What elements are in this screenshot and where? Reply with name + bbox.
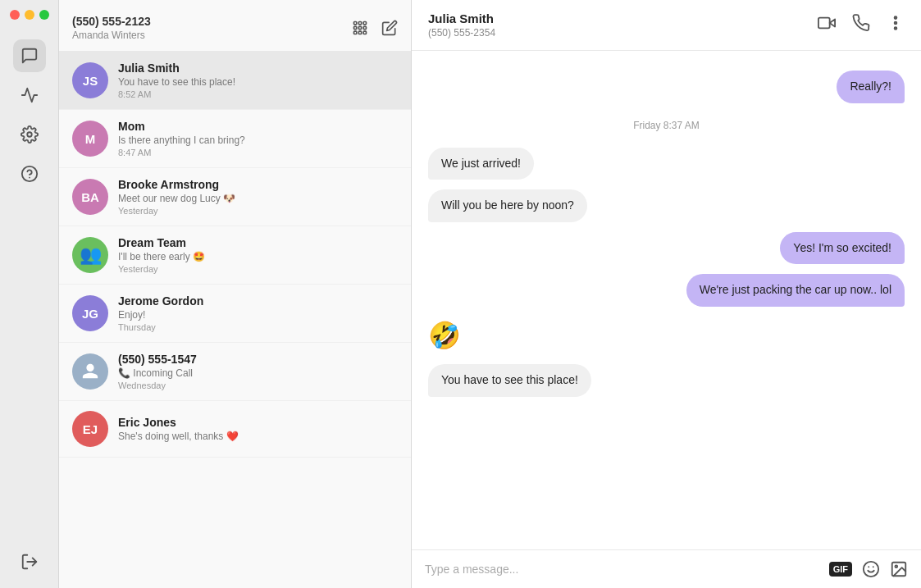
svg-point-15 <box>895 17 896 19</box>
chat-contact-name: Julia Smith <box>428 11 495 25</box>
chat-header-info: Julia Smith (550) 555-2354 <box>428 11 495 39</box>
svg-rect-5 <box>358 22 361 25</box>
contact-info-brooke-armstrong: Brooke Armstrong Meet our new dog Lucy 🐶… <box>118 178 398 216</box>
logout-icon[interactable] <box>13 545 46 578</box>
contact-item-dream-team[interactable]: 👥 Dream Team I'll be there early 🤩 Yeste… <box>59 226 411 285</box>
avatar-brooke-armstrong: BA <box>72 179 108 215</box>
contacts-phone: (550) 555-2123 <box>72 15 151 28</box>
chat-contact-number: (550) 555-2354 <box>428 27 495 39</box>
contact-preview: She's doing well, thanks ❤️ <box>118 431 398 442</box>
gif-button[interactable]: GIF <box>829 562 852 577</box>
chat-input-area: GIF <box>412 549 921 588</box>
message-row: Yes! I'm so excited! <box>428 232 905 265</box>
message-bubble: Will you be here by noon? <box>428 189 587 222</box>
contact-item-jerome-gordon[interactable]: JG Jerome Gordon Enjoy! Thursday <box>59 285 411 343</box>
svg-rect-4 <box>354 22 357 25</box>
contacts-panel: (550) 555-2123 Amanda Winters <box>59 0 412 588</box>
contact-item-unknown-number[interactable]: (550) 555-1547 📞 Incoming Call Wednesday <box>59 343 411 401</box>
contact-name: Dream Team <box>118 236 398 249</box>
chat-messages: Really?! Friday 8:37 AM We just arrived!… <box>412 51 921 549</box>
close-button[interactable] <box>10 10 20 20</box>
maximize-button[interactable] <box>39 10 49 20</box>
contact-time: Thursday <box>118 322 398 332</box>
svg-marker-13 <box>830 19 835 26</box>
contact-item-julia-smith[interactable]: JS Julia Smith You have to see this plac… <box>59 52 411 110</box>
contact-info-unknown-number: (550) 555-1547 📞 Incoming Call Wednesday <box>118 353 398 390</box>
contact-name: Eric Jones <box>118 416 398 429</box>
contact-info-jerome-gordon: Jerome Gordon Enjoy! Thursday <box>118 294 398 332</box>
contact-preview: Is there anything I can bring? <box>118 134 398 146</box>
message-row: You have to see this place! <box>428 364 905 397</box>
contact-time: Yesterday <box>118 264 398 274</box>
settings-icon[interactable] <box>13 118 46 151</box>
svg-point-0 <box>27 132 32 137</box>
date-divider: Friday 8:37 AM <box>428 120 905 131</box>
messages-icon[interactable] <box>13 39 46 72</box>
message-bubble: Really?! <box>837 71 905 103</box>
contact-name: Mom <box>118 120 398 133</box>
contact-info-mom: Mom Is there anything I can bring? 8:47 … <box>118 120 398 157</box>
svg-rect-6 <box>363 22 366 25</box>
chat-panel: Julia Smith (550) 555-2354 <box>412 0 921 588</box>
avatar-unknown-number <box>72 353 108 390</box>
message-row: Really?! <box>428 71 905 103</box>
svg-rect-10 <box>354 31 357 34</box>
contact-item-brooke-armstrong[interactable]: BA Brooke Armstrong Meet our new dog Luc… <box>59 168 411 226</box>
message-bubble: We're just packing the car up now.. lol <box>686 274 905 307</box>
message-bubble: You have to see this place! <box>428 364 591 397</box>
contact-time: 8:52 AM <box>118 89 398 99</box>
message-bubble: We just arrived! <box>428 148 534 180</box>
contact-preview: I'll be there early 🤩 <box>118 251 398 262</box>
keypad-button[interactable] <box>352 20 368 36</box>
help-icon[interactable] <box>13 157 46 190</box>
phone-call-button[interactable] <box>852 14 870 36</box>
svg-point-16 <box>895 22 896 24</box>
emoji-picker-button[interactable] <box>862 560 880 578</box>
more-options-button[interactable] <box>887 14 905 36</box>
contact-time: Wednesday <box>118 381 398 390</box>
contact-time: Yesterday <box>118 206 398 216</box>
contact-name: Jerome Gordon <box>118 294 398 308</box>
contact-time: 8:47 AM <box>118 148 398 157</box>
contact-info-eric-jones: Eric Jones She's doing well, thanks ❤️ <box>118 416 398 442</box>
svg-rect-8 <box>358 26 361 29</box>
compose-button[interactable] <box>381 20 398 36</box>
message-input[interactable] <box>425 563 819 576</box>
minimize-button[interactable] <box>25 10 34 20</box>
contact-name: (550) 555-1547 <box>118 353 398 366</box>
svg-rect-7 <box>354 26 357 29</box>
contact-info-dream-team: Dream Team I'll be there early 🤩 Yesterd… <box>118 236 398 274</box>
svg-rect-11 <box>358 31 361 34</box>
activity-icon[interactable] <box>13 79 46 112</box>
svg-rect-14 <box>818 18 830 29</box>
contact-name: Brooke Armstrong <box>118 178 398 191</box>
avatar-julia-smith: JS <box>72 62 108 98</box>
contact-name: Julia Smith <box>118 62 398 75</box>
contact-info-julia-smith: Julia Smith You have to see this place! … <box>118 62 398 99</box>
svg-point-22 <box>895 565 897 567</box>
contact-preview: 📞 Incoming Call <box>118 367 398 379</box>
sidebar <box>0 0 59 588</box>
chat-header: Julia Smith (550) 555-2354 <box>412 0 921 51</box>
contact-list: JS Julia Smith You have to see this plac… <box>59 52 411 588</box>
contact-item-eric-jones[interactable]: EJ Eric Jones She's doing well, thanks ❤… <box>59 401 411 458</box>
svg-rect-9 <box>363 26 366 29</box>
image-picker-button[interactable] <box>890 560 908 578</box>
message-bubble: Yes! I'm so excited! <box>780 232 905 265</box>
svg-rect-12 <box>363 31 366 34</box>
message-emoji: 🤣 <box>428 317 461 354</box>
contact-preview: You have to see this place! <box>118 76 398 88</box>
avatar-eric-jones: EJ <box>72 411 108 447</box>
header-actions <box>352 20 398 36</box>
avatar-jerome-gordon: JG <box>72 295 108 331</box>
contacts-user-name: Amanda Winters <box>72 30 151 41</box>
svg-point-17 <box>895 28 896 30</box>
traffic-lights <box>0 10 49 20</box>
svg-point-18 <box>864 562 878 577</box>
chat-header-actions <box>818 14 905 36</box>
contact-preview: Meet our new dog Lucy 🐶 <box>118 193 398 204</box>
video-call-button[interactable] <box>818 14 836 36</box>
message-row: We just arrived! <box>428 148 905 180</box>
avatar-dream-team: 👥 <box>72 237 108 273</box>
contact-item-mom[interactable]: M Mom Is there anything I can bring? 8:4… <box>59 110 411 168</box>
